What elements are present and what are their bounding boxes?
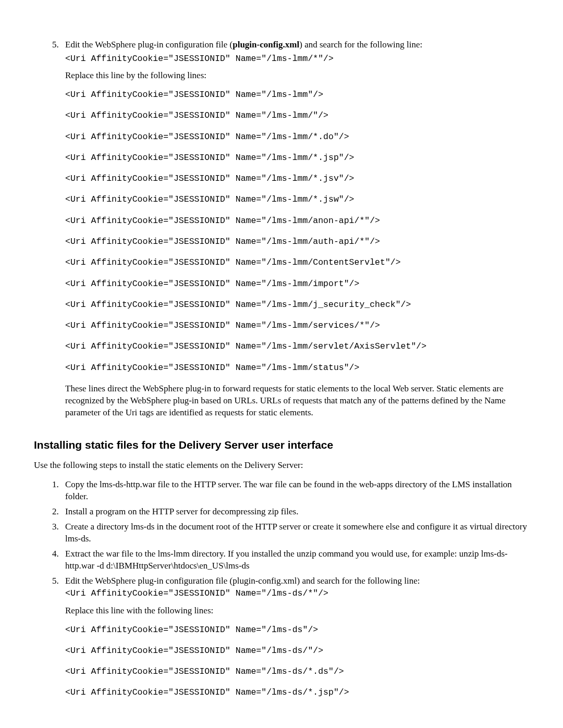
step5-intro-text: Edit the WebSphere plug-in configuration… xyxy=(65,39,529,51)
replace-line: <Uri AffinityCookie="JSESSIONID" Name="/… xyxy=(65,89,529,101)
step5-closing: These lines direct the WebSphere plug-in… xyxy=(65,383,529,419)
replace-line: <Uri AffinityCookie="JSESSIONID" Name="/… xyxy=(65,645,529,657)
section2-step1: Copy the lms-ds-http.war file to the HTT… xyxy=(61,479,529,503)
replace-line: <Uri AffinityCookie="JSESSIONID" Name="/… xyxy=(65,362,529,374)
replace-line: <Uri AffinityCookie="JSESSIONID" Name="/… xyxy=(65,320,529,331)
replace-line: <Uri AffinityCookie="JSESSIONID" Name="/… xyxy=(65,687,529,698)
s2-replace-code-block: <Uri AffinityCookie="JSESSIONID" Name="/… xyxy=(65,624,529,699)
section2-heading: Installing static files for the Delivery… xyxy=(34,438,529,452)
replace-code-block: <Uri AffinityCookie="JSESSIONID" Name="/… xyxy=(65,89,529,374)
section2-intro: Use the following steps to install the s… xyxy=(34,460,529,472)
section2-step3: Create a directory lms-ds in the documen… xyxy=(61,521,529,545)
s2-replace-intro: Replace this line with the following lin… xyxy=(65,605,529,617)
replace-line: <Uri AffinityCookie="JSESSIONID" Name="/… xyxy=(65,257,529,268)
intro-post: ) and search for the following line: xyxy=(299,40,422,50)
replace-line: <Uri AffinityCookie="JSESSIONID" Name="/… xyxy=(65,131,529,143)
section2-step4: Extract the war file to the lms-lmm dire… xyxy=(61,548,529,572)
replace-line: <Uri AffinityCookie="JSESSIONID" Name="/… xyxy=(65,299,529,311)
section2-step5: Edit the WebSphere plug-in configuration… xyxy=(61,575,529,699)
s2-step5-intro: Edit the WebSphere plug-in configuration… xyxy=(65,575,529,587)
replace-intro: Replace this line by the following lines… xyxy=(65,70,529,82)
replace-line: <Uri AffinityCookie="JSESSIONID" Name="/… xyxy=(65,173,529,184)
replace-line: <Uri AffinityCookie="JSESSIONID" Name="/… xyxy=(65,215,529,227)
replace-line: <Uri AffinityCookie="JSESSIONID" Name="/… xyxy=(65,624,529,636)
replace-line: <Uri AffinityCookie="JSESSIONID" Name="/… xyxy=(65,666,529,677)
replace-line: <Uri AffinityCookie="JSESSIONID" Name="/… xyxy=(65,152,529,164)
section1-list: Edit the WebSphere plug-in configuration… xyxy=(34,39,529,419)
s2-find-code-line: <Uri AffinityCookie="JSESSIONID" Name="/… xyxy=(65,588,529,599)
section2-list: Copy the lms-ds-http.war file to the HTT… xyxy=(34,479,529,699)
replace-line: <Uri AffinityCookie="JSESSIONID" Name="/… xyxy=(65,194,529,205)
find-code-line: <Uri AffinityCookie="JSESSIONID" Name="/… xyxy=(65,53,529,65)
section1-step5: Edit the WebSphere plug-in configuration… xyxy=(61,39,529,419)
intro-pre: Edit the WebSphere plug-in configuration… xyxy=(65,40,232,50)
replace-line: <Uri AffinityCookie="JSESSIONID" Name="/… xyxy=(65,278,529,290)
replace-line: <Uri AffinityCookie="JSESSIONID" Name="/… xyxy=(65,236,529,248)
replace-line: <Uri AffinityCookie="JSESSIONID" Name="/… xyxy=(65,341,529,352)
replace-line: <Uri AffinityCookie="JSESSIONID" Name="/… xyxy=(65,110,529,121)
intro-bold: plugin-config.xml xyxy=(232,40,299,50)
section2-step2: Install a program on the HTTP server for… xyxy=(61,506,529,518)
